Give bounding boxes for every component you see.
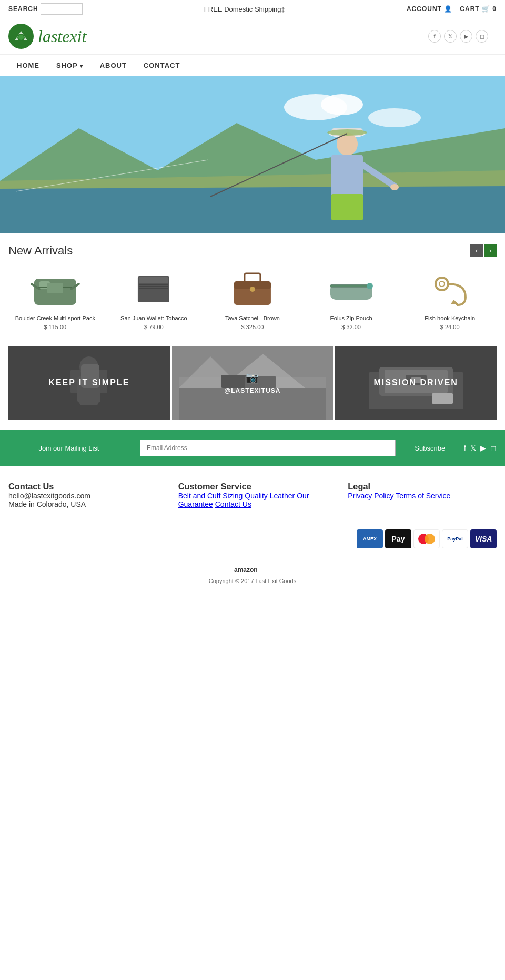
svg-rect-32 xyxy=(139,288,168,289)
banner-mission-driven[interactable]: MISSION DRIVEN xyxy=(335,346,497,420)
product-card[interactable]: Boulder Creek Multi-sport Pack $ 115.00 xyxy=(8,268,102,330)
svg-point-67 xyxy=(425,534,435,544)
instagram-icon[interactable]: ◻ xyxy=(476,30,488,43)
product-card[interactable]: Fish hook Keychain $ 24.00 xyxy=(403,268,497,330)
search-label: SEARCH xyxy=(8,5,38,13)
instagram-icon: 📷 xyxy=(246,371,260,384)
facebook-mailing-icon[interactable]: f xyxy=(464,444,466,452)
top-right-actions: ACCOUNT 👤 CART 🛒 0 xyxy=(407,5,497,13)
top-bar: SEARCH FREE Domestic Shipping‡ ACCOUNT 👤… xyxy=(0,0,505,18)
customer-service-heading: Customer Service xyxy=(178,482,327,492)
search-input[interactable] xyxy=(41,3,83,15)
link-belt-sizing[interactable]: Belt and Cuff Sizing xyxy=(178,492,243,500)
youtube-icon[interactable]: ▶ xyxy=(460,30,472,43)
subscribe-button[interactable]: Subscribe xyxy=(406,440,453,456)
nav-item-about[interactable]: ABOUT xyxy=(92,55,135,76)
svg-text:amazon: amazon xyxy=(234,566,258,574)
shipping-text: FREE Domestic Shipping‡ xyxy=(204,5,285,13)
mailing-label: Join our Mailing List xyxy=(8,444,129,452)
svg-point-43 xyxy=(439,281,445,287)
paypal-icon: PayPal xyxy=(442,529,468,548)
product-image xyxy=(305,268,398,310)
instagram-text: 📷 @LASTEXITUSA xyxy=(172,346,334,420)
svg-rect-29 xyxy=(139,277,168,283)
svg-rect-31 xyxy=(139,286,168,287)
svg-point-7 xyxy=(368,108,421,127)
products-row: Boulder Creek Multi-sport Pack $ 115.00 … xyxy=(0,263,505,346)
product-price: $ 24.00 xyxy=(403,324,497,330)
account-link[interactable]: ACCOUNT 👤 xyxy=(407,5,452,13)
svg-rect-10 xyxy=(0,186,505,233)
svg-rect-16 xyxy=(331,155,363,197)
footer-col-contact: Contact Us hello@lastexitgoods.com Made … xyxy=(8,482,157,508)
logo-icon xyxy=(8,24,34,49)
product-price: $ 325.00 xyxy=(206,324,299,330)
footer: Contact Us hello@lastexitgoods.com Made … xyxy=(0,466,505,519)
banner-text: MISSION DRIVEN xyxy=(335,346,497,420)
product-image xyxy=(403,268,497,310)
mastercard-icon xyxy=(413,529,440,548)
product-price: $ 32.00 xyxy=(305,324,398,330)
product-name: Fish hook Keychain xyxy=(403,314,497,322)
amex-icon: AMEX xyxy=(357,529,383,548)
banner-text: KEEP IT SIMPLE xyxy=(8,346,170,420)
product-name: Boulder Creek Multi-sport Pack xyxy=(8,314,102,322)
banners-row: KEEP IT SIMPLE 📷 @LASTEXITUSA xyxy=(0,346,505,430)
social-icons-top: f 𝕏 ▶ ◻ xyxy=(420,28,497,45)
svg-point-40 xyxy=(367,283,373,289)
logo-row: lastexit f 𝕏 ▶ ◻ xyxy=(0,18,505,54)
product-card[interactable]: Tava Satchel - Brown $ 325.00 xyxy=(206,268,299,330)
instagram-mailing-icon[interactable]: ◻ xyxy=(490,444,497,452)
section-header: New Arrivals ‹ › xyxy=(0,233,505,263)
svg-point-42 xyxy=(436,278,448,290)
logo[interactable]: lastexit xyxy=(8,24,86,49)
payment-section: AMEX Pay PayPal VISA xyxy=(0,519,505,559)
cart-link[interactable]: CART 🛒 0 xyxy=(460,5,497,13)
payment-icons: AMEX Pay PayPal VISA xyxy=(357,529,497,548)
svg-rect-20 xyxy=(331,194,363,220)
svg-point-14 xyxy=(337,132,358,156)
product-name: Tava Satchel - Brown xyxy=(206,314,299,322)
search-box[interactable]: SEARCH xyxy=(8,3,83,15)
footer-col-legal: Legal Privacy Policy Terms of Service xyxy=(348,482,497,508)
email-input[interactable] xyxy=(140,440,396,456)
nav-item-contact[interactable]: CONTACT xyxy=(135,55,189,76)
contact-heading: Contact Us xyxy=(8,482,157,492)
prev-arrow[interactable]: ‹ xyxy=(470,244,483,257)
logo-text: lastexit xyxy=(38,27,86,46)
svg-point-6 xyxy=(321,94,363,115)
link-contact-us[interactable]: Contact Us xyxy=(215,500,251,508)
nav-item-home[interactable]: HOME xyxy=(8,55,48,76)
product-card[interactable]: Eolus Zip Pouch $ 32.00 xyxy=(305,268,398,330)
contact-location: Made in Colorado, USA xyxy=(8,500,157,508)
footer-col-customer-service: Customer Service Belt and Cuff Sizing Qu… xyxy=(178,482,327,508)
product-image xyxy=(206,268,299,310)
link-terms-of-service[interactable]: Terms of Service xyxy=(396,492,450,500)
svg-rect-30 xyxy=(139,284,168,285)
link-quality-leather[interactable]: Quality Leather xyxy=(245,492,295,500)
hero-banner xyxy=(0,76,505,233)
main-nav: HOME SHOP ABOUT CONTACT xyxy=(0,54,505,76)
svg-marker-44 xyxy=(451,300,457,304)
banner-instagram[interactable]: 📷 @LASTEXITUSA xyxy=(172,346,334,420)
banner-keep-it-simple[interactable]: KEEP IT SIMPLE xyxy=(8,346,170,420)
new-arrivals-title: New Arrivals xyxy=(8,244,73,258)
youtube-mailing-icon[interactable]: ▶ xyxy=(480,444,486,452)
product-name: Eolus Zip Pouch xyxy=(305,314,398,322)
mailing-section: Join our Mailing List Subscribe f 𝕏 ▶ ◻ xyxy=(0,430,505,466)
link-privacy-policy[interactable]: Privacy Policy xyxy=(348,492,393,500)
bottom-bar: amazon Copyright © 2017 Last Exit Goods xyxy=(0,559,505,595)
product-name: San Juan Wallet: Tobacco xyxy=(107,314,201,322)
twitter-icon[interactable]: 𝕏 xyxy=(444,30,457,43)
svg-point-15 xyxy=(327,129,367,136)
amazon-logo: amazon xyxy=(8,564,497,576)
nav-item-shop[interactable]: SHOP xyxy=(48,55,92,76)
product-card[interactable]: San Juan Wallet: Tobacco $ 79.00 xyxy=(107,268,201,330)
carousel-nav[interactable]: ‹ › xyxy=(470,244,497,257)
product-image xyxy=(107,268,201,310)
product-image xyxy=(8,268,102,310)
social-icons-mailing: f 𝕏 ▶ ◻ xyxy=(464,444,497,452)
next-arrow[interactable]: › xyxy=(484,244,497,257)
facebook-icon[interactable]: f xyxy=(428,30,441,43)
twitter-mailing-icon[interactable]: 𝕏 xyxy=(470,444,476,452)
